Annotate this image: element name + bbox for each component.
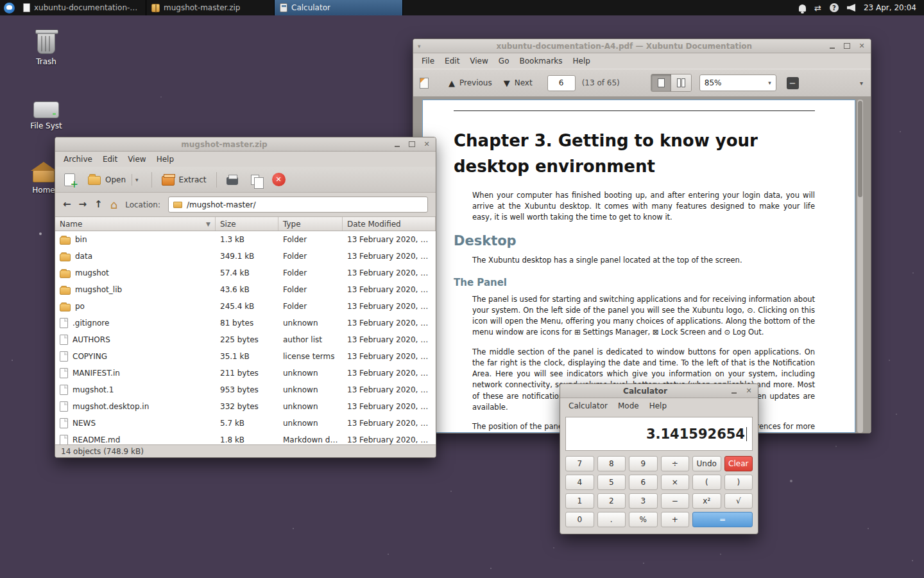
menu-calculator[interactable]: Calculator [563,399,613,412]
close-icon[interactable] [744,387,753,396]
key-8[interactable]: 8 [597,456,626,471]
key-5[interactable]: 5 [597,475,626,490]
table-row[interactable]: MANIFEST.in 211 bytes unknown 13 Februar… [55,365,436,381]
table-row[interactable]: mugshot_lib 43.6 kB Folder 13 February 2… [55,281,436,298]
copy-files-button[interactable] [248,172,262,188]
menu-edit[interactable]: Edit [440,55,465,67]
forward-icon[interactable]: → [79,200,87,209]
minimize-icon[interactable] [393,140,402,149]
key-0[interactable]: 0 [565,512,594,527]
menu-help[interactable]: Help [568,55,595,67]
next-page-button[interactable]: ▼ Next [498,74,538,91]
table-row[interactable]: mugshot.1 953 bytes unknown 13 February … [55,381,436,398]
open-button[interactable]: Open ▾ [85,171,145,188]
table-row[interactable]: mugshot.desktop.in 332 bytes unknown 13 … [55,398,436,415]
table-row[interactable]: NEWS 5.7 kB unknown 13 February 2020, 0… [55,415,436,432]
volume-icon[interactable] [847,4,855,12]
key-equals[interactable]: = [692,512,753,527]
extract-button[interactable]: Extract [158,171,210,188]
menu-help[interactable]: Help [151,153,179,166]
key-2[interactable]: 2 [597,493,626,509]
key-6[interactable]: 6 [629,475,658,490]
key-7[interactable]: 7 [565,456,594,471]
taskbar-button-pdf[interactable]: xubuntu-documentation-A4.... [18,0,146,15]
page-number-input[interactable] [547,75,576,91]
help-indicator-icon[interactable]: ? [830,3,839,12]
key-4[interactable]: 4 [565,475,594,490]
key-clear[interactable]: Clear [724,456,753,471]
minimize-icon[interactable] [828,42,837,51]
pdf-scrollbar[interactable] [857,100,863,433]
notifications-icon[interactable] [799,4,806,12]
menu-view[interactable]: View [465,55,493,67]
desktop-icon-trash[interactable]: Trash [26,32,67,66]
minimize-icon[interactable] [730,387,739,396]
key-divide[interactable]: ÷ [661,456,690,471]
table-row[interactable]: .gitignore 81 bytes unknown 13 February … [55,315,436,331]
key-undo[interactable]: Undo [692,456,721,471]
scrollbar-thumb[interactable] [858,101,862,197]
new-archive-button[interactable] [61,171,78,189]
table-row[interactable]: data 349.1 kB Folder 13 February 2020, 0… [55,248,436,265]
calculator-titlebar[interactable]: Calculator [560,384,758,398]
toolbar-overflow-icon[interactable]: ▾ [860,80,864,87]
menu-archive[interactable]: Archive [58,153,98,166]
menu-bookmarks[interactable]: Bookmarks [514,55,567,67]
zoom-select[interactable]: 85% ▾ [699,74,776,91]
key-9[interactable]: 9 [629,456,658,471]
location-input[interactable]: /mugshot-master/ [168,197,428,213]
menu-edit[interactable]: Edit [98,153,123,166]
pdf-titlebar[interactable]: ▾ xubuntu-documentation-A4.pdf — Xubuntu… [413,39,871,53]
key-decimal[interactable]: . [597,512,626,527]
zoom-out-button[interactable]: − [787,77,799,89]
table-row[interactable]: README.md 1.8 kB Markdown doc… 13 Februa… [55,432,436,444]
back-icon[interactable]: ← [63,200,71,209]
dual-page-button[interactable] [671,74,691,91]
taskbar-button-calculator[interactable]: Calculator [275,0,403,15]
key-multiply[interactable]: × [661,475,690,490]
key-close-paren[interactable]: ) [724,475,753,490]
table-row[interactable]: COPYING 35.1 kB license terms 13 Februar… [55,348,436,365]
calculator-display[interactable]: 3.141592654 [565,417,753,451]
home-icon[interactable]: ⌂ [110,199,117,211]
column-header-type[interactable]: Type [278,217,343,231]
menu-view[interactable]: View [123,153,151,166]
table-row[interactable]: po 245.4 kB Folder 13 February 2020, 0… [55,298,436,315]
key-1[interactable]: 1 [565,493,594,509]
menu-file[interactable]: File [416,55,440,67]
table-row[interactable]: bin 1.3 kB Folder 13 February 2020, 0… [55,231,436,248]
network-icon[interactable]: ⇄ [814,4,821,12]
menu-mode[interactable]: Mode [613,399,644,412]
key-subtract[interactable]: − [661,493,690,509]
maximize-icon[interactable] [407,140,416,149]
close-icon[interactable] [422,140,431,149]
desktop-icon-filesystem[interactable]: File Syst [26,98,67,130]
key-3[interactable]: 3 [629,493,658,509]
column-header-size[interactable]: Size [216,217,278,231]
sidebar-toggle-icon[interactable] [420,78,429,89]
stop-button[interactable] [269,170,289,189]
menu-go[interactable]: Go [493,55,515,67]
window-menu-icon[interactable]: ▾ [418,43,421,49]
taskbar-button-archive[interactable]: mugshot-master.zip [146,0,275,15]
table-row[interactable]: AUTHORS 225 bytes author list 13 Februar… [55,331,436,348]
properties-button[interactable] [223,172,241,188]
open-dropdown-icon[interactable]: ▾ [132,174,142,186]
column-header-name[interactable]: Name▼ [55,217,216,231]
clock[interactable]: 23 Apr, 20:04 [864,3,916,12]
archive-titlebar[interactable]: mugshot-master.zip [55,137,436,152]
single-page-button[interactable] [651,74,671,91]
menu-help[interactable]: Help [644,399,672,412]
key-open-paren[interactable]: ( [692,475,721,490]
previous-page-button[interactable]: ▲ Previous [443,74,498,91]
key-sqrt[interactable]: √ [724,493,753,509]
key-add[interactable]: + [661,512,690,527]
key-x-squared[interactable]: x² [692,493,721,509]
key-percent[interactable]: % [629,512,658,527]
column-header-date[interactable]: Date Modified [343,217,436,231]
whisker-menu-button[interactable] [0,0,18,15]
maximize-icon[interactable] [843,42,851,51]
table-row[interactable]: mugshot 57.4 kB Folder 13 February 2020,… [55,265,436,281]
close-icon[interactable] [857,42,866,51]
up-icon[interactable]: ↑ [94,200,103,209]
